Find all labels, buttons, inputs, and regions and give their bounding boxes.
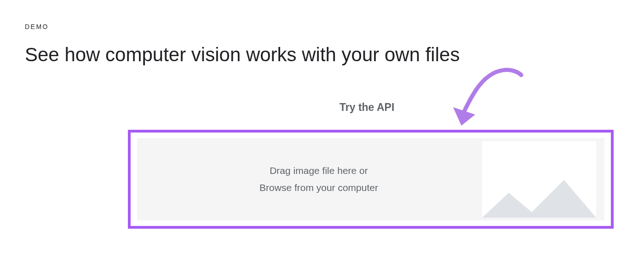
try-api-label: Try the API — [339, 101, 394, 113]
eyebrow-label: DEMO — [25, 23, 619, 30]
try-api-label-wrap: Try the API — [339, 101, 394, 114]
file-dropzone[interactable]: Drag image file here or Browse from your… — [137, 138, 604, 220]
dropzone-instructions: Drag image file here or Browse from your… — [155, 162, 482, 196]
page-headline: See how computer vision works with your … — [25, 43, 619, 66]
dropzone-line-2: Browse from your computer — [155, 179, 482, 196]
curved-arrow-icon — [444, 67, 531, 131]
dropzone-line-1: Drag image file here or — [155, 162, 482, 179]
image-placeholder-icon — [482, 141, 596, 218]
dropzone-highlight: Drag image file here or Browse from your… — [128, 130, 614, 229]
